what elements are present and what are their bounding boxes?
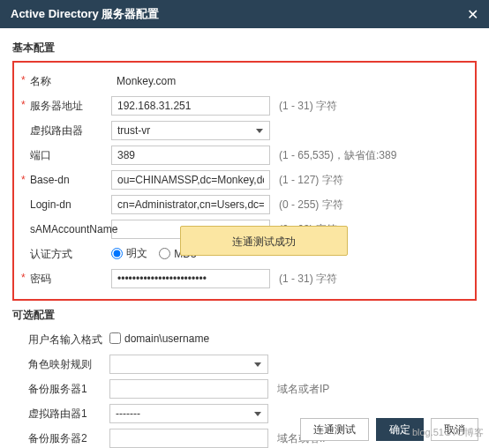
dialog-title: Active Directory 服务器配置	[11, 6, 159, 22]
label-auth: 认证方式	[14, 247, 111, 262]
hint-port: (1 - 65,535)，缺省值:389	[279, 148, 468, 163]
label-uname-fmt: 用户名输入格式	[12, 332, 109, 347]
hint-backup1: 域名或者IP	[277, 382, 477, 397]
uname-fmt-checkbox[interactable]	[109, 332, 121, 344]
label-backup1: 备份服务器1	[12, 382, 109, 397]
section-basic-title: 基本配置	[12, 41, 477, 56]
hint-basedn: (1 - 127) 字符	[279, 173, 468, 188]
label-port: 端口	[14, 148, 111, 163]
hint-password: (1 - 31) 字符	[279, 272, 468, 287]
password-input[interactable]	[111, 269, 270, 288]
rolemap-select[interactable]	[109, 355, 268, 374]
backup2-input[interactable]	[109, 429, 268, 448]
label-vrouter1: 虚拟路由器1	[12, 407, 109, 422]
label-password: 密码	[14, 272, 111, 287]
name-input[interactable]	[111, 71, 270, 91]
label-backup2: 备份服务器2	[12, 431, 109, 446]
dialog-header: Active Directory 服务器配置 ✕	[0, 0, 489, 28]
watermark: blog.51CTO博客	[412, 426, 484, 439]
label-rolemap: 角色映射规则	[12, 357, 109, 372]
auth-plain-option[interactable]: 明文	[111, 246, 147, 261]
server-input[interactable]	[111, 96, 270, 116]
label-vrouter: 虚拟路由器	[14, 123, 111, 138]
label-logindn: Login-dn	[14, 198, 111, 211]
basedn-input[interactable]	[111, 170, 270, 190]
label-sam: sAMAccountName	[14, 223, 111, 235]
backup1-input[interactable]	[109, 379, 268, 399]
label-basedn: Base-dn	[14, 174, 111, 186]
vrouter1-select[interactable]: -------	[109, 404, 268, 423]
section-optional-title: 可选配置	[12, 308, 477, 323]
hint-logindn: (0 - 255) 字符	[279, 198, 468, 213]
basic-config-group: 名称 服务器地址 (1 - 31) 字符 虚拟路由器 trust-vr 端口 (…	[12, 61, 477, 301]
close-icon[interactable]: ✕	[467, 6, 478, 23]
hint-server: (1 - 31) 字符	[279, 99, 468, 114]
label-name: 名称	[14, 74, 111, 89]
uname-fmt-option[interactable]: domain\username	[109, 332, 209, 345]
vrouter-select[interactable]: trust-vr	[111, 121, 270, 140]
port-input[interactable]	[111, 146, 270, 165]
auth-plain-radio[interactable]	[111, 248, 123, 259]
auth-md5-radio[interactable]	[159, 248, 170, 259]
test-button[interactable]: 连通测试	[300, 418, 369, 441]
logindn-input[interactable]	[111, 195, 270, 214]
toast-success: 连通测试成功	[180, 226, 348, 256]
label-server: 服务器地址	[14, 99, 111, 114]
